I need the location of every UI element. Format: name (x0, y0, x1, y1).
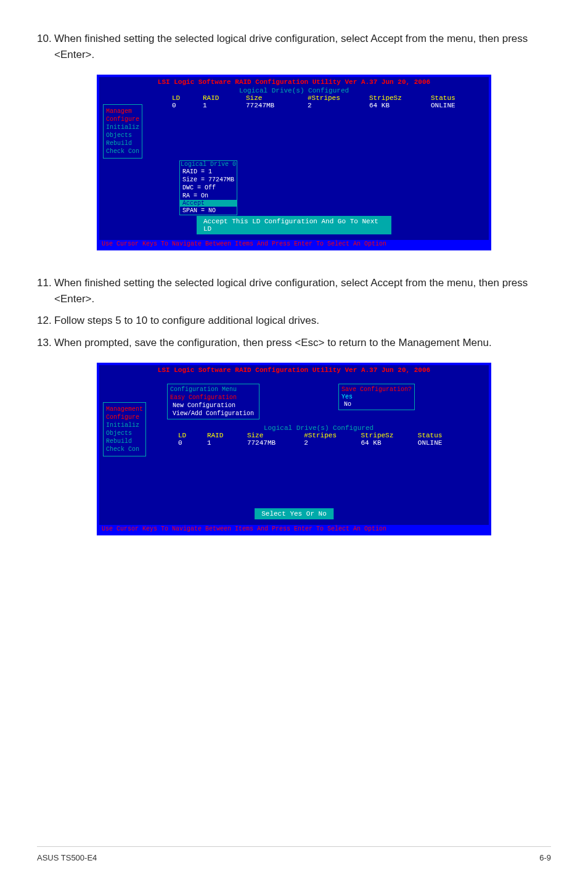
instruction-10: 10. When finished setting the selected l… (37, 31, 551, 62)
config-menu-box: Configuration Menu Easy Configuration Ne… (167, 384, 259, 419)
instruction-number: 11. (37, 275, 54, 307)
menu2-rebuild: Rebuild (106, 437, 143, 445)
menu2-initialize: Initializ (106, 421, 143, 429)
bios-footer: Use Cursor Keys To Navigate Between Item… (99, 240, 489, 248)
instruction-number: 12. (37, 313, 54, 329)
menu2-objects: Objects (106, 429, 143, 437)
td-stripes: 2 (303, 102, 364, 109)
bios-left-menu: Managem Configure Initializ Objects Rebu… (103, 104, 142, 159)
td-stripesz: 64 KB (364, 102, 426, 109)
ld-span: SPAN = NO (180, 207, 237, 215)
instruction-13: 13. When prompted, save the configuratio… (37, 335, 551, 351)
bios-screen-1: LSI Logic Software RAID Configuration Ut… (97, 75, 491, 250)
instruction-text: Follow steps 5 to 10 to configure additi… (54, 313, 551, 329)
th2-size: Size (242, 432, 299, 439)
bios-table-row: 0 1 77247MB 2 64 KB ONLINE (99, 102, 489, 109)
config-new: New Configuration (170, 402, 256, 410)
th2-status: Status (413, 432, 464, 439)
ld-header: Logical Drive 0 (180, 161, 237, 168)
ld-accept: Accept (180, 200, 237, 207)
logical-drive-box: Logical Drive 0 RAID = 1 Size = 77247MB … (179, 160, 237, 215)
td2-status: ONLINE (413, 439, 464, 447)
config-easy: Easy Configuration (170, 394, 256, 402)
menu-objects: Objects (106, 131, 139, 139)
instruction-text: When prompted, save the configuration, t… (54, 335, 551, 351)
th2-stripes: #Stripes (299, 432, 356, 439)
bios-header: LSI Logic Software RAID Configuration Ut… (99, 77, 489, 87)
th2-ld: LD (173, 432, 202, 439)
instruction-text: When finished setting the selected logic… (54, 275, 551, 307)
th2-stripesz: StripeSz (356, 432, 413, 439)
bios-select-yes-no: Select Yes Or No (255, 508, 333, 519)
ld-dwc: DWC = Off (180, 184, 237, 192)
ld-raid: RAID = 1 (180, 168, 237, 176)
ld-ra: RA = On (180, 192, 237, 200)
bios-subheader: Logical Drive(s) Configured (99, 87, 489, 94)
menu2-management: Management (106, 405, 143, 413)
th-stripes: #Stripes (303, 94, 364, 102)
instruction-number: 10. (37, 31, 54, 62)
bios-header-2: LSI Logic Software RAID Configuration Ut… (99, 365, 489, 375)
page-footer: ASUS TS500-E4 6-9 (37, 846, 551, 862)
menu-management: Managem (106, 107, 139, 115)
menu-checkcon: Check Con (106, 147, 139, 155)
td-size: 77247MB (241, 102, 303, 109)
footer-right: 6-9 (539, 853, 551, 862)
instruction-12: 12. Follow steps 5 to 10 to configure ad… (37, 313, 551, 329)
bios-action-accept: Accept This LD Configuration And Go To N… (197, 216, 391, 234)
bios-table-header: LD RAID Size #Stripes StripeSz Status (99, 94, 489, 102)
td-ld: 0 (167, 102, 198, 109)
td2-stripes: 2 (299, 439, 356, 447)
bios-left-menu-2: Management Configure Initializ Objects R… (103, 402, 146, 456)
save-config-box: Save Configuration? Yes No (338, 384, 415, 410)
instruction-text: When finished setting the selected logic… (54, 31, 551, 62)
bios-screenshot-1: LSI Logic Software RAID Configuration Ut… (37, 75, 551, 250)
td2-stripesz: 64 KB (356, 439, 413, 447)
th-raid: RAID (198, 94, 241, 102)
config-view: View/Add Configuration (170, 410, 256, 418)
bios-screenshot-2: LSI Logic Software RAID Configuration Ut… (37, 363, 551, 535)
menu2-configure: Configure (106, 413, 143, 421)
td2-size: 77247MB (242, 439, 299, 447)
td2-ld: 0 (173, 439, 202, 447)
footer-left: ASUS TS500-E4 (37, 853, 97, 862)
td2-raid: 1 (202, 439, 242, 447)
bios-table-2: Logical Drive(s) Configured LD RAID Size… (167, 424, 470, 447)
save-yes: Yes (341, 394, 412, 400)
bios-screen-2: LSI Logic Software RAID Configuration Ut… (97, 363, 491, 535)
instruction-number: 13. (37, 335, 54, 351)
instruction-11: 11. When finished setting the selected l… (37, 275, 551, 307)
th-status: Status (426, 94, 481, 102)
menu-initialize: Initializ (106, 123, 139, 131)
bios-subheader-2: Logical Drive(s) Configured (167, 424, 470, 432)
config-menu-header: Configuration Menu (170, 386, 256, 394)
menu-configure: Configure (106, 115, 139, 123)
th-stripesz: StripeSz (364, 94, 426, 102)
save-no: No (341, 400, 412, 408)
td-status: ONLINE (426, 102, 481, 109)
bios-footer-2: Use Cursor Keys To Navigate Between Item… (99, 525, 489, 533)
th-size: Size (241, 94, 303, 102)
menu-rebuild: Rebuild (106, 139, 139, 147)
ld-size: Size = 77247MB (180, 176, 237, 184)
th2-raid: RAID (202, 432, 242, 439)
td-raid: 1 (198, 102, 241, 109)
bios-table-header-2: LD RAID Size #Stripes StripeSz Status (167, 432, 470, 439)
save-config-header: Save Configuration? (341, 386, 412, 394)
bios-table-row-2: 0 1 77247MB 2 64 KB ONLINE (167, 439, 470, 447)
menu2-checkcon: Check Con (106, 445, 143, 453)
th-ld: LD (167, 94, 198, 102)
